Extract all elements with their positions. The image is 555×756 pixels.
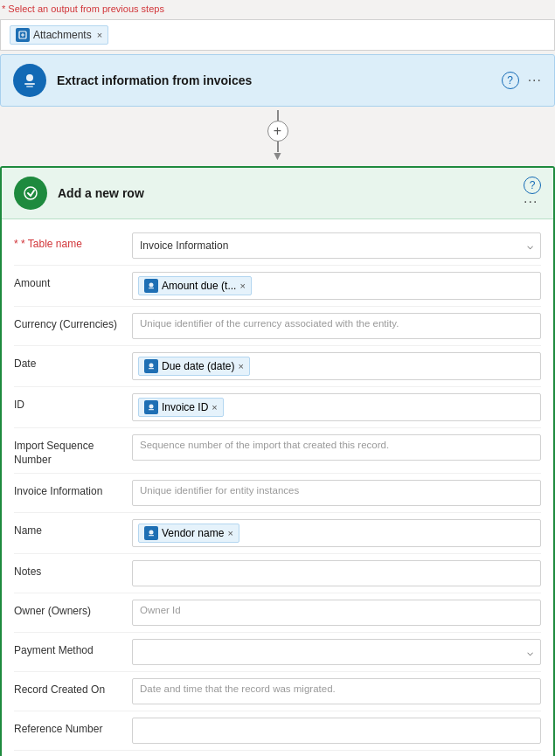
panel-help-button[interactable]: ? xyxy=(524,177,541,194)
svg-rect-12 xyxy=(149,535,154,536)
field-label: Payment Method xyxy=(14,639,132,658)
tag-label: Vendor name xyxy=(162,527,224,539)
field-row: NameVendor name× xyxy=(14,513,541,554)
field-label: Date xyxy=(14,352,132,371)
text-input-field[interactable]: Sequence number of the import that creat… xyxy=(132,434,541,461)
field-value: Date and time that the record was migrat… xyxy=(132,678,541,704)
text-input-field[interactable]: Unique identifier of the currency associ… xyxy=(132,313,541,339)
tag-item: Due date (date)× xyxy=(138,357,250,376)
field-label: Record Created On xyxy=(14,678,132,697)
attachments-close[interactable]: × xyxy=(97,30,102,40)
svg-rect-8 xyxy=(149,368,154,369)
field-row: DateDue date (date)× xyxy=(14,346,541,387)
svg-point-7 xyxy=(149,364,154,368)
text-input-field[interactable]: Unique identifier for entity instances xyxy=(132,480,541,506)
svg-rect-3 xyxy=(26,86,33,87)
dropdown-field[interactable]: Invoice Information⌵ xyxy=(132,232,541,259)
panel-header: Add a new row ? ··· xyxy=(2,168,553,219)
field-label: Currency (Currencies) xyxy=(14,313,132,332)
field-label: Amount xyxy=(14,272,132,291)
field-value: Owner Id xyxy=(132,600,541,626)
attachments-tag[interactable]: Attachments × xyxy=(10,25,108,45)
field-label: Notes xyxy=(14,560,132,579)
tag-label: Invoice ID xyxy=(162,401,208,413)
dropdown-value: Invoice Information xyxy=(140,239,228,252)
field-row: StatusPending⌵ xyxy=(14,751,541,756)
panel-more-button[interactable]: ··· xyxy=(524,194,538,209)
extract-help-button[interactable]: ? xyxy=(502,72,519,89)
tag-label: Amount due (t... xyxy=(162,280,236,292)
connector: + ▼ xyxy=(0,107,555,166)
tag-input-field[interactable]: Amount due (t...× xyxy=(132,272,541,300)
extract-more-button[interactable]: ··· xyxy=(528,73,542,88)
field-row: Reference Number xyxy=(14,711,541,751)
extract-tag-icon xyxy=(144,279,158,293)
extract-title: Extract information from invoices xyxy=(57,73,491,87)
main-panel: Add a new row ? ··· * Table nameInvoice … xyxy=(0,166,555,756)
extract-icon xyxy=(13,64,46,97)
panel-title: Add a new row xyxy=(58,186,513,200)
field-row: IDInvoice ID× xyxy=(14,387,541,428)
svg-point-11 xyxy=(149,531,154,535)
tag-input-field[interactable]: Due date (date)× xyxy=(132,352,541,380)
svg-point-1 xyxy=(26,74,33,81)
extract-block: Extract information from invoices ? ··· xyxy=(0,54,555,107)
attachments-bar: Attachments × xyxy=(0,19,555,51)
svg-rect-2 xyxy=(24,83,35,85)
field-label: * Table name xyxy=(14,232,132,252)
field-row: Record Created OnDate and time that the … xyxy=(14,672,541,711)
tag-remove-button[interactable]: × xyxy=(239,281,245,291)
field-label: Reference Number xyxy=(14,718,132,737)
text-input-field[interactable]: Date and time that the record was migrat… xyxy=(132,678,541,704)
field-row: Owner (Owners)Owner Id xyxy=(14,593,541,633)
field-row: * Table nameInvoice Information⌵ xyxy=(14,226,541,266)
tag-remove-button[interactable]: × xyxy=(212,402,217,413)
extract-tag-icon xyxy=(144,359,158,373)
chevron-down-icon: ⌵ xyxy=(527,646,533,658)
top-note: * Select an output from previous steps xyxy=(0,0,555,19)
field-row: Import Sequence NumberSequence number of… xyxy=(14,428,541,474)
field-value: Unique identifier for entity instances xyxy=(132,480,541,506)
attachments-icon xyxy=(16,28,30,42)
svg-rect-6 xyxy=(149,288,154,288)
panel-actions: ? ··· xyxy=(524,177,541,210)
extract-actions: ? ··· xyxy=(502,72,542,89)
field-value: Invoice ID× xyxy=(132,393,541,421)
tag-label: Due date (date) xyxy=(162,360,234,372)
field-value: ⌵ xyxy=(132,639,541,665)
field-value: Vendor name× xyxy=(132,519,541,547)
tag-remove-button[interactable]: × xyxy=(227,528,232,538)
field-row: Payment Method⌵ xyxy=(14,633,541,672)
field-row: Currency (Currencies)Unique identifier o… xyxy=(14,307,541,346)
attachments-label: Attachments xyxy=(33,29,92,41)
field-value: Invoice Information⌵ xyxy=(132,232,541,259)
text-input-field[interactable] xyxy=(132,718,541,744)
tag-input-field[interactable]: Invoice ID× xyxy=(132,393,541,421)
connector-line-top xyxy=(277,110,279,121)
field-label: Invoice Information xyxy=(14,480,132,499)
svg-point-9 xyxy=(149,405,154,409)
add-step-button[interactable]: + xyxy=(267,121,288,142)
tag-input-field[interactable]: Vendor name× xyxy=(132,519,541,547)
extract-tag-icon xyxy=(144,400,158,414)
panel-icon xyxy=(14,177,47,210)
fields-container: * Table nameInvoice Information⌵AmountAm… xyxy=(2,219,553,756)
svg-rect-10 xyxy=(149,409,154,410)
tag-item: Vendor name× xyxy=(138,524,239,543)
text-input-field[interactable] xyxy=(132,560,541,586)
connector-arrow: ▼ xyxy=(272,149,284,163)
tag-item: Amount due (t...× xyxy=(138,276,252,295)
field-value: Amount due (t...× xyxy=(132,272,541,300)
field-value: Unique identifier of the currency associ… xyxy=(132,313,541,339)
field-label: Import Sequence Number xyxy=(14,434,132,467)
tag-item: Invoice ID× xyxy=(138,398,224,417)
dropdown-field[interactable]: ⌵ xyxy=(132,639,541,665)
text-input-field[interactable]: Owner Id xyxy=(132,600,541,626)
chevron-down-icon: ⌵ xyxy=(527,239,533,252)
tag-remove-button[interactable]: × xyxy=(238,361,243,371)
field-row: AmountAmount due (t...× xyxy=(14,266,541,307)
svg-point-5 xyxy=(149,283,154,288)
field-row: Invoice InformationUnique identifier for… xyxy=(14,474,541,513)
field-value: Due date (date)× xyxy=(132,352,541,380)
field-label: Owner (Owners) xyxy=(14,600,132,619)
